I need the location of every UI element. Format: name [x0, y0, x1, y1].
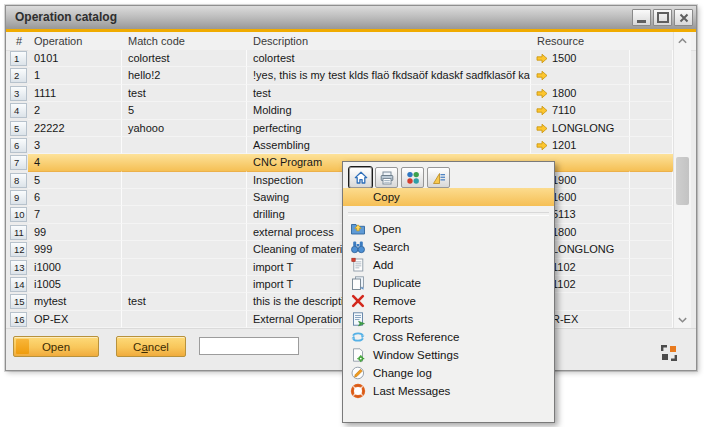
- color-palette-icon: [405, 170, 421, 186]
- cell-operation: i1000: [28, 259, 122, 276]
- cell-resource: 7110: [531, 102, 630, 119]
- row-number[interactable]: 13: [10, 260, 27, 275]
- find-input[interactable]: [199, 337, 299, 355]
- cell-match-code: [122, 276, 247, 293]
- column-header-match-code[interactable]: Match code: [122, 32, 247, 50]
- cell-operation: mytest: [28, 293, 122, 310]
- scroll-up-button[interactable]: [674, 32, 691, 49]
- row-number[interactable]: 9: [10, 190, 27, 205]
- table-row[interactable]: 522222yahoooperfectingLONGLONG: [6, 120, 696, 137]
- row-number[interactable]: 11: [10, 225, 27, 240]
- cross-reference-icon: [350, 329, 366, 345]
- table-row[interactable]: 21hello!2!yes, this is my test klds flaö…: [6, 67, 696, 84]
- window-controls: [632, 9, 693, 26]
- cell-description: test: [247, 85, 531, 102]
- cell-extra: [630, 85, 673, 102]
- menu-item-open[interactable]: Open: [343, 220, 554, 238]
- reports-icon: [350, 311, 366, 327]
- home-toolbar-button[interactable]: [349, 167, 372, 188]
- vertical-scrollbar[interactable]: [673, 32, 691, 328]
- cell-match-code: test: [122, 293, 247, 310]
- close-button[interactable]: [674, 9, 693, 26]
- form-settings-toolbar-button[interactable]: [427, 167, 450, 188]
- cell-operation: 0101: [28, 50, 122, 67]
- cell-match-code: [122, 189, 247, 206]
- row-number[interactable]: 3: [10, 86, 27, 101]
- color-palette-toolbar-button[interactable]: [401, 167, 424, 188]
- row-number[interactable]: 8: [10, 173, 27, 188]
- menu-item-cross-reference[interactable]: Cross Reference: [343, 328, 554, 346]
- menu-item-search[interactable]: Search: [343, 238, 554, 256]
- row-number[interactable]: 10: [10, 207, 27, 222]
- last-messages-icon: [350, 383, 366, 399]
- minimize-icon: [637, 20, 646, 23]
- cell-operation: 4: [28, 154, 122, 171]
- cell-extra: [630, 189, 673, 206]
- row-number[interactable]: 16: [10, 312, 27, 327]
- menu-item-reports[interactable]: Reports: [343, 310, 554, 328]
- link-arrow-icon[interactable]: [536, 123, 548, 134]
- column-header-description[interactable]: Description: [247, 32, 531, 50]
- expand-icon[interactable]: [660, 344, 678, 362]
- row-number[interactable]: 6: [10, 138, 27, 153]
- cell-operation: i1005: [28, 276, 122, 293]
- maximize-button[interactable]: [653, 9, 672, 26]
- link-arrow-icon[interactable]: [536, 140, 548, 151]
- row-number[interactable]: 2: [10, 68, 27, 83]
- print-icon: [379, 170, 395, 186]
- table-row[interactable]: 63Assembling1201: [6, 137, 696, 154]
- titlebar[interactable]: Operation catalog: [6, 6, 696, 29]
- link-arrow-icon[interactable]: [536, 105, 548, 116]
- form-settings-icon: [431, 170, 447, 186]
- table-row[interactable]: 10101colortestcolortest1500: [6, 50, 696, 67]
- scroll-down-button[interactable]: [674, 311, 691, 328]
- remove-icon: [350, 293, 366, 309]
- row-number[interactable]: 12: [10, 242, 27, 257]
- menu-item-window-settings[interactable]: Window Settings: [343, 346, 554, 364]
- cell-resource: 1500: [531, 50, 630, 67]
- menu-item-last-messages[interactable]: Last Messages: [343, 382, 554, 400]
- cell-description: !yes, this is my test klds flaö fkdsaöf …: [247, 67, 531, 84]
- menu-item-remove[interactable]: Remove: [343, 292, 554, 310]
- resource-value: 5113: [552, 208, 576, 220]
- column-header-operation[interactable]: Operation: [28, 32, 122, 50]
- row-number[interactable]: 15: [10, 294, 27, 309]
- row-number[interactable]: 7: [10, 155, 27, 170]
- cell-match-code: [122, 311, 247, 328]
- cell-match-code: colortest: [122, 50, 247, 67]
- link-arrow-icon[interactable]: [536, 53, 548, 64]
- minimize-button[interactable]: [632, 9, 651, 26]
- cell-operation: 1: [28, 67, 122, 84]
- change-log-icon: [350, 365, 366, 381]
- print-toolbar-button[interactable]: [375, 167, 398, 188]
- row-number[interactable]: 5: [10, 121, 27, 136]
- menu-item-copy[interactable]: Copy: [343, 188, 554, 206]
- row-number[interactable]: 4: [10, 103, 27, 118]
- column-header-num[interactable]: #: [10, 32, 28, 50]
- row-number[interactable]: 1: [10, 51, 27, 66]
- menu-item-label: Change log: [373, 367, 432, 379]
- cell-extra: [630, 102, 673, 119]
- menu-item-add[interactable]: Add: [343, 256, 554, 274]
- table-row[interactable]: 425Molding7110: [6, 102, 696, 119]
- row-number[interactable]: 14: [10, 277, 27, 292]
- home-icon: [353, 170, 369, 186]
- resource-value: R-EX: [552, 313, 578, 325]
- cell-extra: [630, 224, 673, 241]
- scrollbar-thumb[interactable]: [676, 157, 689, 205]
- cancel-label-part: C: [133, 341, 141, 353]
- resize-corners-icon: [660, 344, 678, 362]
- cell-description: colortest: [247, 50, 531, 67]
- open-button[interactable]: Open: [13, 336, 99, 357]
- link-arrow-icon[interactable]: [536, 70, 548, 81]
- default-button-accent: [16, 339, 29, 354]
- link-arrow-icon[interactable]: [536, 88, 548, 99]
- resource-value: 1500: [552, 52, 576, 64]
- table-row[interactable]: 31111testtest1800: [6, 85, 696, 102]
- menu-item-duplicate[interactable]: Duplicate: [343, 274, 554, 292]
- cell-operation: 7: [28, 206, 122, 223]
- table-header: # Operation Match code Description Resou…: [6, 32, 696, 51]
- column-header-resource[interactable]: Resource: [531, 32, 630, 50]
- menu-item-change-log[interactable]: Change log: [343, 364, 554, 382]
- cancel-button[interactable]: Cancel: [116, 336, 186, 357]
